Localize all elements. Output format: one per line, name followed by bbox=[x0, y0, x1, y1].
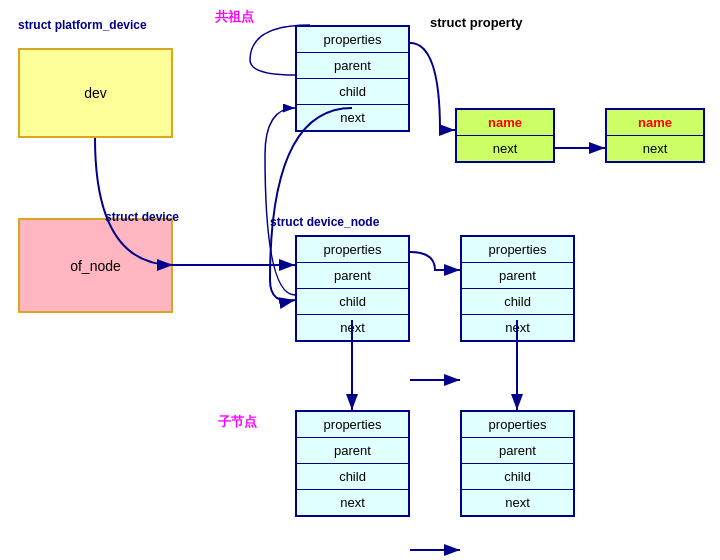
right-field-parent: parent bbox=[462, 263, 573, 289]
bl-field-child: child bbox=[297, 464, 408, 490]
prop1-next: next bbox=[457, 136, 553, 161]
root-node-annotation: 共祖点 bbox=[215, 8, 254, 26]
br-field-parent: parent bbox=[462, 438, 573, 464]
br-field-properties: properties bbox=[462, 412, 573, 438]
prop2-name: name bbox=[607, 110, 703, 136]
property-block-2: name next bbox=[605, 108, 705, 163]
prop2-next: next bbox=[607, 136, 703, 161]
property-block-1: name next bbox=[455, 108, 555, 163]
platform-device-box: dev bbox=[18, 48, 173, 138]
right-device-node-block: properties parent child next bbox=[460, 235, 575, 342]
device-box: of_node bbox=[18, 218, 173, 313]
middle-field-parent: parent bbox=[297, 263, 408, 289]
root-field-next: next bbox=[297, 105, 408, 130]
middle-field-child: child bbox=[297, 289, 408, 315]
bl-field-next: next bbox=[297, 490, 408, 515]
child-node-annotation: 子节点 bbox=[218, 413, 257, 431]
root-field-parent: parent bbox=[297, 53, 408, 79]
device-label: struct device bbox=[105, 210, 179, 224]
bottom-right-device-node-block: properties parent child next bbox=[460, 410, 575, 517]
middle-field-next: next bbox=[297, 315, 408, 340]
root-field-properties: properties bbox=[297, 27, 408, 53]
bl-field-properties: properties bbox=[297, 412, 408, 438]
dev-label: dev bbox=[84, 85, 107, 101]
right-field-next: next bbox=[462, 315, 573, 340]
middle-field-properties: properties bbox=[297, 237, 408, 263]
of-node-label: of_node bbox=[70, 258, 121, 274]
struct-property-label: struct property bbox=[430, 15, 522, 30]
right-field-child: child bbox=[462, 289, 573, 315]
br-field-child: child bbox=[462, 464, 573, 490]
br-field-next: next bbox=[462, 490, 573, 515]
platform-device-label: struct platform_device bbox=[18, 18, 147, 32]
prop1-name: name bbox=[457, 110, 553, 136]
bl-field-parent: parent bbox=[297, 438, 408, 464]
bottom-left-device-node-block: properties parent child next bbox=[295, 410, 410, 517]
right-field-properties: properties bbox=[462, 237, 573, 263]
root-field-child: child bbox=[297, 79, 408, 105]
root-device-node-block: properties parent child next bbox=[295, 25, 410, 132]
struct-device-node-label: struct device_node bbox=[270, 215, 379, 229]
middle-device-node-block: properties parent child next bbox=[295, 235, 410, 342]
